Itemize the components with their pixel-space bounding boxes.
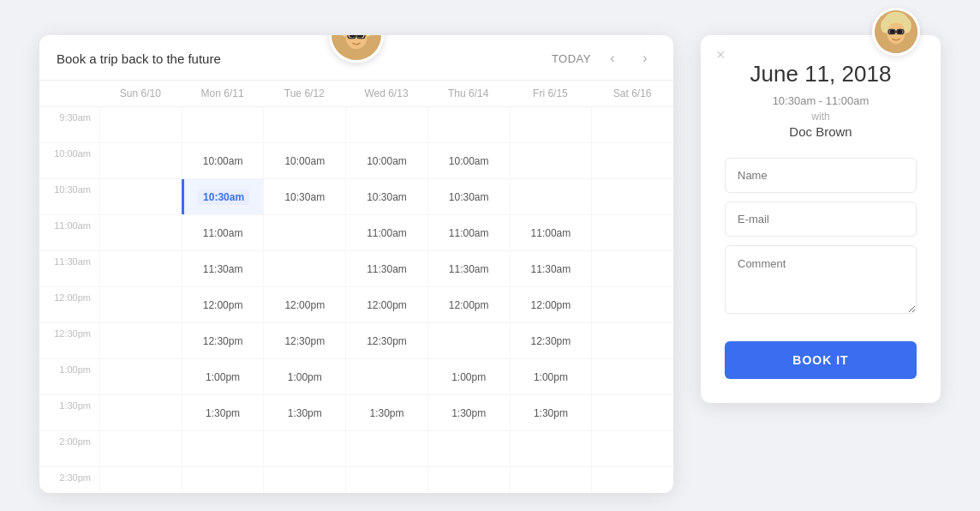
slot-time[interactable]: 1:00pm — [288, 371, 322, 383]
slot-cell — [99, 179, 182, 214]
slot-time[interactable]: 12:00pm — [531, 299, 571, 311]
day-header-thu: Thu 6/14 — [427, 81, 510, 106]
slot-time[interactable]: 12:30pm — [367, 335, 407, 347]
slot-time[interactable]: 12:00pm — [284, 299, 325, 311]
slot-time[interactable]: 12:00pm — [367, 299, 407, 311]
slot-cell[interactable]: 10:00am — [427, 143, 510, 178]
slot-cell[interactable]: 11:30am — [345, 251, 427, 286]
booking-time-range: 10:30am - 11:00am — [725, 94, 917, 107]
slot-time[interactable]: 10:30am — [449, 191, 489, 203]
slot-cell — [591, 431, 673, 466]
slot-time[interactable]: 11:30am — [449, 263, 489, 275]
slot-cell — [263, 467, 345, 493]
slot-time[interactable]: 1:30pm — [206, 407, 240, 419]
slot-cell[interactable]: 10:00am — [182, 143, 264, 178]
slot-cell[interactable]: 1:00pm — [263, 359, 345, 394]
slot-cell[interactable]: 12:30pm — [345, 323, 427, 358]
slot-cell — [591, 251, 673, 286]
slot-time[interactable]: 12:00pm — [203, 299, 243, 311]
booking-card: × June 11, 2018 10:30am - 11:00am with D… — [701, 35, 941, 403]
slot-time[interactable]: 11:30am — [367, 263, 407, 275]
time-label: 10:30am — [39, 179, 99, 214]
slot-cell — [99, 143, 182, 178]
slot-time[interactable]: 11:00am — [531, 227, 571, 239]
today-button[interactable]: TODAY — [552, 52, 591, 65]
slot-cell — [345, 467, 427, 493]
slot-cell[interactable]: 12:00pm — [427, 287, 510, 322]
slot-cell[interactable]: 10:00am — [263, 143, 345, 178]
slot-cell[interactable]: 1:00pm — [427, 359, 510, 394]
prev-week-button[interactable]: ‹ — [601, 47, 624, 69]
day-header-tue: Tue 6/12 — [263, 81, 345, 106]
slot-time[interactable]: 1:30pm — [451, 407, 486, 419]
slot-cell[interactable]: 1:30pm — [427, 395, 510, 430]
slot-time[interactable]: 12:30pm — [284, 335, 325, 347]
slot-cell[interactable]: 12:00pm — [263, 287, 345, 322]
slot-cell — [510, 179, 592, 214]
slot-time[interactable]: 10:00am — [367, 155, 407, 167]
page-wrapper: Book a trip back to the future TODAY ‹ ›… — [0, 1, 980, 510]
slot-time[interactable]: 1:00pm — [451, 371, 486, 383]
slot-cell[interactable]: 11:00am — [427, 215, 510, 250]
slot-time[interactable]: 10:30am — [367, 191, 407, 203]
slot-time[interactable]: 11:00am — [367, 227, 407, 239]
slot-cell[interactable]: 12:00pm — [510, 287, 592, 322]
slot-time[interactable]: 10:30am — [198, 189, 249, 205]
slot-cell[interactable]: 1:30pm — [510, 395, 592, 430]
slot-time[interactable]: 12:00pm — [449, 299, 489, 311]
slot-time[interactable]: 11:00am — [203, 227, 243, 239]
time-row: 11:30am11:30am11:30am11:30am11:30am — [39, 251, 673, 287]
slot-time[interactable]: 12:30pm — [531, 335, 571, 347]
slot-cell[interactable]: 12:30pm — [510, 323, 592, 358]
slot-cell[interactable]: 11:00am — [510, 215, 592, 250]
slot-cell[interactable]: 10:00am — [345, 143, 427, 178]
slot-time[interactable]: 1:00pm — [534, 371, 568, 383]
slot-time[interactable]: 1:30pm — [369, 407, 403, 419]
slot-cell[interactable]: 12:30pm — [182, 323, 264, 358]
next-week-button[interactable]: › — [634, 47, 656, 69]
slot-cell[interactable]: 1:00pm — [510, 359, 592, 394]
slot-cell[interactable]: 12:00pm — [182, 287, 264, 322]
slot-time[interactable]: 10:00am — [284, 155, 325, 167]
comment-input[interactable] — [725, 245, 917, 314]
name-input[interactable] — [725, 158, 917, 193]
slot-cell[interactable]: 1:30pm — [345, 395, 427, 430]
time-column-header — [39, 81, 99, 106]
book-it-button[interactable]: BOOK IT — [725, 341, 917, 379]
slot-cell — [591, 287, 673, 322]
slot-cell — [591, 467, 673, 493]
slot-time[interactable]: 10:30am — [284, 191, 325, 203]
time-row: 1:00pm1:00pm1:00pm1:00pm1:00pm — [39, 359, 673, 395]
time-row: 11:00am11:00am11:00am11:00am11:00am — [39, 215, 673, 251]
slot-time[interactable]: 11:30am — [531, 263, 571, 275]
slot-cell[interactable]: 12:00pm — [345, 287, 427, 322]
slot-cell[interactable]: 10:30am — [263, 179, 345, 214]
slot-cell[interactable]: 11:30am — [182, 251, 264, 286]
slot-cell[interactable]: 10:30am — [427, 179, 510, 214]
slot-time[interactable]: 11:00am — [449, 227, 489, 239]
slot-time[interactable]: 1:00pm — [206, 371, 240, 383]
slot-time[interactable]: 1:30pm — [288, 407, 322, 419]
slot-cell[interactable]: 1:00pm — [182, 359, 264, 394]
slot-cell — [591, 323, 673, 358]
time-label: 2:30pm — [39, 467, 99, 493]
email-input[interactable] — [725, 201, 917, 237]
slot-cell — [182, 107, 264, 142]
slot-time[interactable]: 10:00am — [203, 155, 243, 167]
close-button[interactable]: × — [716, 47, 726, 63]
slot-cell[interactable]: 11:30am — [510, 251, 592, 286]
slot-cell[interactable]: 12:30pm — [263, 323, 345, 358]
slot-cell[interactable]: 10:30am — [182, 179, 264, 214]
slot-cell[interactable]: 11:00am — [182, 215, 264, 250]
slot-cell[interactable]: 1:30pm — [182, 395, 264, 430]
slot-time[interactable]: 12:30pm — [203, 335, 243, 347]
slot-time[interactable]: 1:30pm — [534, 407, 568, 419]
slot-cell[interactable]: 1:30pm — [263, 395, 345, 430]
time-label: 11:30am — [39, 251, 99, 286]
slot-cell[interactable]: 10:30am — [345, 179, 427, 214]
slot-cell[interactable]: 11:00am — [345, 215, 427, 250]
slot-time[interactable]: 11:30am — [203, 263, 243, 275]
slot-cell — [263, 107, 345, 142]
slot-time[interactable]: 10:00am — [449, 155, 489, 167]
slot-cell[interactable]: 11:30am — [427, 251, 510, 286]
